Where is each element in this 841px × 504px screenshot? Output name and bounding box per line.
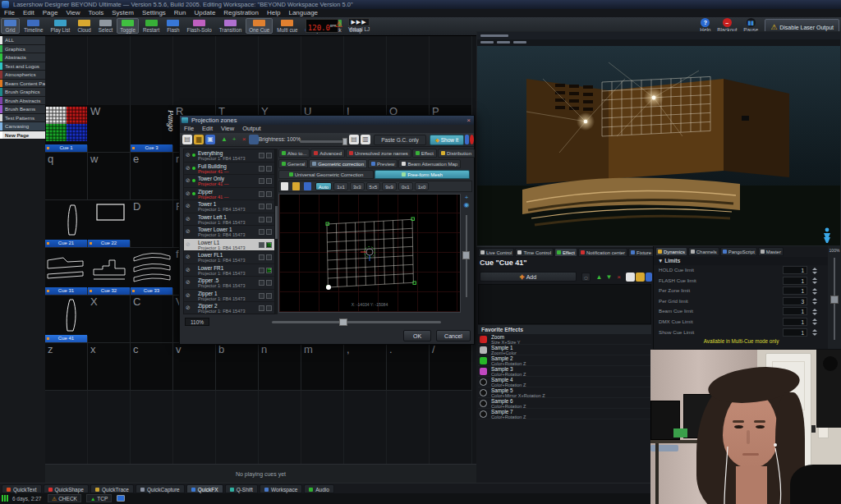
new-file-icon[interactable]: ▤ xyxy=(182,135,192,144)
zone-toggle-a[interactable] xyxy=(259,254,264,260)
cue-cell[interactable]: Q Cue 1 xyxy=(45,105,88,153)
toolbar-button[interactable]: Flash-Solo xyxy=(184,18,215,34)
ok-button[interactable]: OK xyxy=(403,330,431,341)
spinner-up-icon[interactable] xyxy=(812,318,817,321)
zone-toggle-b[interactable] xyxy=(266,153,272,158)
dialog-menu-item[interactable]: File xyxy=(180,125,198,133)
effect-item[interactable]: Sample 3 Color+Rotation Z xyxy=(478,366,651,377)
dialog-close-icon[interactable]: × xyxy=(465,117,472,124)
panel-tab[interactable]: Notification center xyxy=(578,248,627,257)
zone-toggle-b[interactable] xyxy=(266,280,272,286)
dialog-tab[interactable]: Also to... xyxy=(278,149,310,158)
cue-cell[interactable]: S Cue 22 xyxy=(88,200,131,248)
brightness-slider[interactable] xyxy=(300,140,346,143)
cue-cell[interactable]: e xyxy=(131,153,173,200)
panel-tab[interactable]: Master xyxy=(758,247,784,256)
zone-item[interactable]: ⊘ Zipper 1 Projector 1: FB4 15473 xyxy=(184,290,274,303)
limit-spinner[interactable]: 1 xyxy=(783,286,807,295)
mesh-new-icon[interactable] xyxy=(281,182,288,190)
zone-item[interactable]: ⊘ Tower Left 1 Projector 1: FB4 15473 xyxy=(184,213,274,227)
viz-3d-scene[interactable] xyxy=(477,46,840,245)
toolbar-button[interactable]: Play List xyxy=(48,18,74,34)
sidebar-page-tab[interactable]: ALL xyxy=(0,36,45,45)
red-mini-icon[interactable] xyxy=(470,135,474,144)
menu-item[interactable]: Run xyxy=(170,9,191,17)
quick-tool-tab[interactable]: QuickText xyxy=(2,484,42,493)
zone-toggle-b[interactable] xyxy=(266,254,272,260)
zone-item[interactable]: ⊘ Zipper .5 Projector 1: FB4 15473 xyxy=(184,277,274,290)
cue-cell[interactable]: W xyxy=(88,105,131,153)
limit-spinner[interactable]: 1 xyxy=(783,266,807,274)
tcp-status[interactable]: ▲TCP xyxy=(86,494,112,502)
selected-mesh-node[interactable] xyxy=(326,285,331,290)
toolbar-button[interactable]: Grid xyxy=(1,18,20,34)
sidebar-page-tab[interactable]: Atmospherics xyxy=(0,71,45,80)
cue-cell[interactable]: w xyxy=(88,153,131,200)
limit-spinner[interactable]: 1 xyxy=(783,318,807,326)
sidebar-page-tab[interactable]: New Page xyxy=(0,131,45,140)
cue-cell[interactable]: x xyxy=(88,343,131,391)
zone-item[interactable]: ⊘ Lower FL1 Projector 1: FB4 15473 xyxy=(184,251,274,264)
zone-toggle-a[interactable] xyxy=(259,178,264,184)
cue-cell[interactable]: . xyxy=(387,343,430,391)
toolbar-button[interactable]: Select xyxy=(95,18,117,34)
zone-toggle-b[interactable] xyxy=(266,178,272,184)
zone-disabled-icon[interactable]: ⊘ xyxy=(186,152,191,158)
monitor-icon[interactable] xyxy=(117,495,125,502)
zone-toggle-b[interactable] xyxy=(266,242,272,248)
zone-disabled-icon[interactable]: ⊘ xyxy=(186,203,191,209)
cue-cell[interactable]: n xyxy=(259,343,301,391)
toolbar-button[interactable]: One Cue xyxy=(246,18,273,34)
zone-disabled-icon[interactable]: ⊘ xyxy=(186,305,191,311)
cue-cell[interactable]: c xyxy=(131,343,173,391)
canvas-vertical-slider-knob[interactable] xyxy=(462,251,470,259)
cue-cell[interactable]: b xyxy=(216,343,259,391)
toolbar-button[interactable]: Restart xyxy=(140,18,163,34)
quick-tool-tab[interactable]: QuickTrace xyxy=(90,484,134,493)
sidebar-page-tab[interactable]: Brush Abstracts xyxy=(0,97,45,106)
cue-cell[interactable]: X xyxy=(88,296,131,343)
add-effect-button[interactable]: ✚Add xyxy=(480,272,577,282)
zone-disabled-icon[interactable]: ⊘ xyxy=(186,241,191,248)
panel-tab[interactable]: Live Control xyxy=(478,248,514,257)
quick-tool-tab[interactable]: Workspace xyxy=(260,484,302,493)
effect-item[interactable]: Zoom Size X+Size Y xyxy=(478,334,651,345)
mesh-size-button[interactable]: 0x1 xyxy=(398,182,413,190)
canvas-add-icon[interactable]: + xyxy=(463,195,470,201)
panel-tab[interactable]: Effect xyxy=(554,248,577,257)
zone-toggle-b[interactable] xyxy=(266,166,272,172)
dialog-menu-item[interactable]: View xyxy=(217,125,238,133)
cue-cell[interactable]: C xyxy=(131,296,173,343)
zone-item[interactable]: ⊘ Full Building Projector 41 — xyxy=(184,163,274,176)
zone-list-scrollbar[interactable] xyxy=(275,149,278,314)
brightness-slider-knob[interactable] xyxy=(342,138,347,145)
spinner-up-icon[interactable] xyxy=(812,298,817,300)
quick-tool-tab[interactable]: QuickShape xyxy=(44,484,89,493)
sidebar-page-tab[interactable]: Canvasing xyxy=(0,122,45,131)
show-it-now-button[interactable]: ◆ Show it now xyxy=(430,135,464,145)
cue-cell[interactable]: v xyxy=(173,343,216,391)
fader-knob[interactable] xyxy=(830,296,839,304)
spinner-up-icon[interactable] xyxy=(812,268,817,270)
spinner-up-icon[interactable] xyxy=(812,329,817,332)
limit-spinner[interactable]: 3 xyxy=(783,297,807,305)
zone-toggle-a[interactable] xyxy=(259,191,264,197)
open-effect-icon[interactable] xyxy=(636,273,645,282)
zone-item[interactable]: ⊘ Tower Lower 1 Projector 1: FB4 15473 xyxy=(184,226,274,239)
viz-menu-item[interactable] xyxy=(497,41,510,44)
spinner-up-icon[interactable] xyxy=(812,309,817,311)
mesh-zoom-slider-knob[interactable] xyxy=(339,318,347,326)
toolbar-button[interactable]: Cloud xyxy=(74,18,94,34)
menu-item[interactable]: Settings xyxy=(138,9,170,17)
spinner-down-icon[interactable] xyxy=(812,292,817,295)
dialog-tab[interactable]: Geometric correction xyxy=(309,159,367,168)
virtual-lj-button[interactable]: ▶▶▶ Virtual LJ xyxy=(348,18,370,32)
zone-toggle-a[interactable] xyxy=(259,229,264,235)
add-icon[interactable]: + xyxy=(229,135,239,144)
menu-item[interactable]: Language xyxy=(284,9,322,17)
correction-mode-tab[interactable]: Universal Geometric Correction xyxy=(278,170,374,179)
zone-disabled-icon[interactable]: ⊘ xyxy=(186,292,191,299)
cue-cell[interactable]: d Cue 33 xyxy=(131,248,173,296)
blue-mini-icon[interactable] xyxy=(465,135,469,144)
viz-menu-item[interactable] xyxy=(513,41,526,44)
